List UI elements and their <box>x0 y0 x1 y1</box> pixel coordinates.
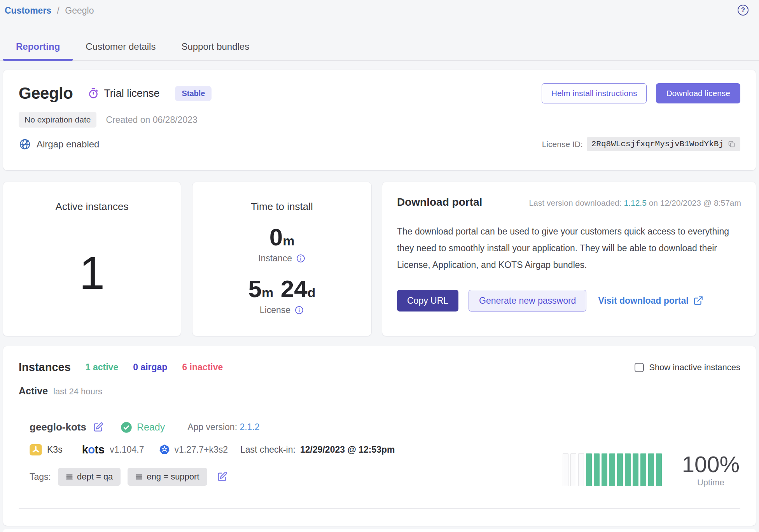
uptime-bar <box>602 453 607 486</box>
license-summary-card: Geeglo Trial license Stable Helm install… <box>3 70 756 170</box>
instance-name: geeglo-kots <box>30 421 86 433</box>
instance-info-icon[interactable] <box>296 254 306 263</box>
inactive-count[interactable]: 6 inactive <box>182 362 223 373</box>
license-install-time: 5m 24d <box>192 277 371 301</box>
uptime-bar <box>578 453 584 486</box>
breadcrumb-customers-link[interactable]: Customers <box>5 5 51 16</box>
uptime-bar <box>609 453 615 486</box>
download-license-button[interactable]: Download license <box>656 83 740 103</box>
visit-download-portal-link[interactable]: Visit download portal <box>598 296 703 306</box>
customer-reporting-page: Customers / Geeglo ? Reporting Customer … <box>0 0 759 532</box>
uptime-bar <box>648 453 654 486</box>
tab-support-bundles-label: Support bundles <box>181 41 249 52</box>
helm-install-instructions-button[interactable]: Helm install instructions <box>542 83 647 103</box>
divider <box>19 508 740 509</box>
uptime-bar <box>570 453 576 486</box>
uptime-bar <box>617 453 623 486</box>
license-id-label: License ID: <box>542 140 583 149</box>
active-group-sublabel: last 24 hours <box>53 387 102 397</box>
airgap-count[interactable]: 0 airgap <box>133 362 167 373</box>
kots-logo-o: o <box>88 443 94 456</box>
uptime-label: Uptime <box>682 478 740 488</box>
tab-customer-details[interactable]: Customer details <box>73 37 168 60</box>
license-time-unit-1: m <box>262 285 273 300</box>
tab-reporting-label: Reporting <box>16 41 60 52</box>
instance-time-value: 0 <box>269 224 283 250</box>
instance-time-label-row: Instance <box>192 253 371 264</box>
edit-tags-icon[interactable] <box>217 471 227 482</box>
last-checkin-value: 12/29/2023 @ 12:53pm <box>300 444 395 455</box>
uptime-percentage: 100% <box>682 452 740 477</box>
active-group-label: Active <box>19 385 48 397</box>
tag-chip: dept = qa <box>58 468 121 486</box>
kots-logo: kots <box>82 443 105 456</box>
k3s-icon <box>30 444 42 456</box>
distribution: K3s <box>30 444 63 456</box>
license-type-label: Trial license <box>104 88 159 100</box>
uptime-bar <box>640 453 646 486</box>
instances-card: Instances 1 active 0 airgap 6 inactive S… <box>3 346 756 526</box>
kots-logo-ts: ts <box>95 443 105 456</box>
generate-new-password-button[interactable]: Generate new password <box>469 290 586 312</box>
tags-label: Tags: <box>30 472 51 482</box>
visit-download-portal-label: Visit download portal <box>598 296 688 306</box>
breadcrumb: Customers / Geeglo <box>5 5 94 16</box>
instance-time-label: Instance <box>258 253 292 264</box>
divider <box>19 407 740 407</box>
distribution-label: K3s <box>47 444 63 455</box>
expiration-badge: No expiration date <box>19 112 96 128</box>
instance-install-time: 0m <box>192 225 371 249</box>
active-instances-title: Active instances <box>3 182 181 213</box>
last-checkin-label: Last check-in: <box>240 444 296 455</box>
license-time-unit-2: d <box>308 285 316 300</box>
created-date: Created on 06/28/2023 <box>106 115 197 125</box>
license-type: Trial license <box>87 88 159 100</box>
license-id-group: License ID: 2Rq8WLcsjfxqrMysjvB1WodYkBj <box>542 137 740 151</box>
time-to-install-title: Time to install <box>192 182 371 213</box>
app-version-label: App version: <box>187 422 237 432</box>
copy-url-button[interactable]: Copy URL <box>397 290 458 312</box>
active-tab-underline <box>3 59 73 61</box>
uptime-bar <box>656 453 662 486</box>
tab-bar: Reporting Customer details Support bundl… <box>0 37 759 61</box>
active-count[interactable]: 1 active <box>86 362 118 373</box>
customer-name: Geeglo <box>19 84 73 103</box>
active-instances-card: Active instances 1 <box>3 182 181 336</box>
breadcrumb-separator: / <box>57 5 59 16</box>
instance-time-unit: m <box>283 233 294 248</box>
tag-lines-icon <box>135 473 143 481</box>
show-inactive-toggle[interactable]: Show inactive instances <box>635 362 740 373</box>
active-instances-value: 1 <box>3 250 181 296</box>
uptime-bar <box>586 453 592 486</box>
uptime-bar <box>625 453 631 486</box>
last-version-number[interactable]: 1.12.5 <box>624 198 646 207</box>
kubernetes-version: v1.27.7+k3s2 <box>175 444 228 455</box>
uptime-widget: 100% Uptime <box>563 452 740 488</box>
tab-reporting[interactable]: Reporting <box>3 37 73 60</box>
help-icon[interactable]: ? <box>738 5 749 16</box>
tab-support-bundles[interactable]: Support bundles <box>168 37 262 60</box>
download-portal-card: Download portal Last version downloaded:… <box>382 182 756 336</box>
license-id-value: 2Rq8WLcsjfxqrMysjvB1WodYkBj <box>591 140 724 149</box>
uptime-bars <box>563 453 662 486</box>
tag-chip: eng = support <box>128 468 207 486</box>
tag-value: dept = qa <box>77 472 113 482</box>
download-portal-description: The download portal can be used to give … <box>397 223 735 273</box>
time-to-install-card: Time to install 0m Instance 5m 24d Licen… <box>192 182 371 336</box>
kots-logo-k: k <box>82 443 88 456</box>
tag-lines-icon <box>66 473 73 481</box>
copy-license-id-icon[interactable] <box>728 140 736 148</box>
edit-instance-name-icon[interactable] <box>93 422 103 433</box>
license-info-icon[interactable] <box>294 305 304 315</box>
airgap-enabled-label: Airgap enabled <box>37 139 99 150</box>
next-section-card-edge <box>3 529 756 532</box>
last-version-label: Last version downloaded: <box>529 198 621 207</box>
trial-timer-icon <box>87 88 99 99</box>
show-inactive-checkbox[interactable] <box>635 363 644 372</box>
ready-check-icon <box>121 422 132 433</box>
last-version-date: on 12/20/2023 @ 8:57am <box>649 198 741 207</box>
app-version-value[interactable]: 2.1.2 <box>240 422 259 432</box>
license-time-value-1: 5 <box>248 275 262 302</box>
tab-customer-details-label: Customer details <box>86 41 156 52</box>
instance-status: Ready <box>121 422 165 433</box>
